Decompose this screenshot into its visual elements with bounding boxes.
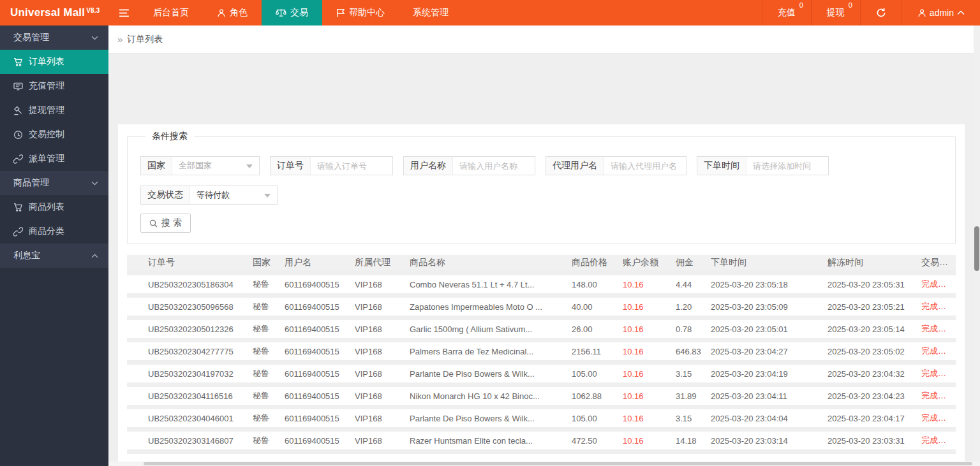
horizontal-scrollbar-thumb[interactable] <box>144 462 972 465</box>
nav-item-roles[interactable]: 角色 <box>203 0 262 25</box>
order-no-label: 订单号 <box>271 157 311 175</box>
country-select[interactable]: 全部国家 <box>172 157 259 175</box>
cell-product: Parlante De Piso Bowers & Wilk... <box>410 369 572 379</box>
sidebar-group-label: 商品管理 <box>13 177 49 189</box>
vertical-scrollbar-track <box>974 25 980 462</box>
horizontal-scrollbar-track <box>108 462 980 466</box>
nav-item-dashboard[interactable]: 后台首页 <box>139 0 203 25</box>
topbar-right: 充值 0 提现 0 admin <box>762 0 980 25</box>
cell-status-badge: 完成付款 <box>921 368 956 379</box>
cell-price: 105.00 <box>572 369 623 379</box>
nav-item-system[interactable]: 系统管理 <box>399 0 463 25</box>
cell-product: Combo Neveras 51.1 Lt + 4.7 Lt... <box>410 280 572 289</box>
vertical-scrollbar-thumb[interactable] <box>974 226 979 271</box>
search-button-label: 搜 索 <box>161 217 182 229</box>
table-body: UB2503202305186304 秘鲁 601169400515 VIP16… <box>127 275 956 454</box>
status-select[interactable]: 等待付款 <box>190 186 277 204</box>
cart-icon <box>13 203 23 212</box>
sidebar-item-product-category[interactable]: 商品分类 <box>0 219 108 244</box>
cell-order-time: 2025-03-20 23:05:09 <box>711 302 828 312</box>
cell-product: Razer Huntsman Elite con tecla... <box>410 436 572 446</box>
cell-unfreeze-time: 2025-03-20 23:05:21 <box>828 302 921 312</box>
search-button[interactable]: 搜 索 <box>140 214 191 233</box>
cell-commission: 14.18 <box>676 436 711 446</box>
cell-order-time: 2025-03-20 23:04:19 <box>711 369 828 379</box>
sidebar-group-product-management[interactable]: 商品管理 <box>0 171 108 195</box>
chevron-down-icon <box>91 181 98 186</box>
cell-country: 秘鲁 <box>253 301 285 312</box>
table-row: UB2503202304046001 秘鲁 601169400515 VIP16… <box>127 409 956 432</box>
cell-country: 秘鲁 <box>253 412 285 424</box>
sidebar-item-withdraw-management[interactable]: 提现管理 <box>0 98 108 122</box>
cell-status-badge: 完成付款 <box>921 412 956 424</box>
nav-label: 角色 <box>230 7 248 18</box>
recharge-button[interactable]: 充值 0 <box>762 0 811 25</box>
username-input[interactable] <box>453 157 535 175</box>
sidebar-item-product-list[interactable]: 商品列表 <box>0 195 108 219</box>
cell-order-time: 2025-03-20 23:03:14 <box>711 436 828 446</box>
cell-commission: 31.89 <box>676 391 711 401</box>
sidebar-group-label: 利息宝 <box>13 250 40 261</box>
sidebar-item-label: 交易控制 <box>29 129 64 140</box>
cell-agent: VIP168 <box>355 391 410 401</box>
order-time-input[interactable] <box>746 157 828 175</box>
sidebar: 交易管理 订单列表 充值管理 提现管理 交易控制 派单管理 商品管理 <box>0 25 108 466</box>
nav-item-help-center[interactable]: 帮助中心 <box>322 0 399 25</box>
cell-country: 秘鲁 <box>253 368 285 379</box>
sidebar-item-label: 商品列表 <box>29 201 64 213</box>
nav-item-trade[interactable]: 交易 <box>262 0 322 25</box>
cell-price: 26.00 <box>572 324 623 334</box>
cell-order-no: UB2503202305096568 <box>148 302 253 312</box>
scales-icon <box>276 8 286 18</box>
cell-commission: 3.15 <box>676 414 711 423</box>
cell-status-badge: 完成付款 <box>921 323 956 335</box>
user-icon <box>217 8 226 18</box>
cell-agent: VIP168 <box>355 324 410 334</box>
cell-username: 601169400515 <box>285 436 355 446</box>
cell-username: 601169400515 <box>285 347 355 356</box>
nav-label: 后台首页 <box>153 7 189 18</box>
cell-unfreeze-time: 2025-03-20 23:05:14 <box>828 324 921 334</box>
cell-agent: VIP168 <box>355 302 410 312</box>
status-select-value: 等待付款 <box>197 189 230 201</box>
sidebar-group-label: 交易管理 <box>13 32 49 43</box>
sidebar-collapse-button[interactable] <box>108 0 139 25</box>
sidebar-item-trade-control[interactable]: 交易控制 <box>0 122 108 147</box>
cell-product: Nikon Monarch HG 10 x 42 Binoc... <box>410 391 572 401</box>
sidebar-group-trade-management[interactable]: 交易管理 <box>0 25 108 50</box>
order-no-input[interactable] <box>311 157 392 175</box>
cell-price: 40.00 <box>572 302 623 312</box>
cell-price: 1062.88 <box>572 391 623 401</box>
cell-product: Garlic 1500mg ( Allium Sativum... <box>410 324 572 334</box>
cell-agent: VIP168 <box>355 347 410 356</box>
brand-logo[interactable]: Universal MallV8.3 <box>0 0 108 25</box>
nav-label: 系统管理 <box>413 7 449 18</box>
agent-input[interactable] <box>604 157 686 175</box>
sidebar-group-interest-treasure[interactable]: 利息宝 <box>0 244 108 268</box>
table-row: UB2503202305012326 秘鲁 601169400515 VIP16… <box>127 320 956 342</box>
sidebar-item-recharge-management[interactable]: 充值管理 <box>0 74 108 98</box>
search-panel-title: 条件搜索 <box>145 131 194 142</box>
cell-order-time: 2025-03-20 23:05:18 <box>711 280 828 289</box>
sidebar-item-order-list[interactable]: 订单列表 <box>0 50 108 74</box>
table-row: UB2503202305186304 秘鲁 601169400515 VIP16… <box>127 275 956 298</box>
search-panel: 条件搜索 国家 全部国家 订单号 用户名称 <box>127 131 956 244</box>
sidebar-item-label: 充值管理 <box>29 80 64 92</box>
cell-order-time: 2025-03-20 23:05:01 <box>711 324 828 334</box>
cell-country: 秘鲁 <box>253 279 285 290</box>
cell-status-badge: 完成付款 <box>921 346 956 357</box>
withdraw-badge: 0 <box>849 1 852 9</box>
cell-status-badge: 完成付款 <box>921 301 956 312</box>
cell-agent: VIP168 <box>355 414 410 423</box>
cell-username: 601169400515 <box>285 324 355 334</box>
main-area: » 订单列表 条件搜索 国家 全部国家 订单号 <box>108 25 980 466</box>
refresh-button[interactable] <box>860 0 902 25</box>
link-icon <box>13 154 23 164</box>
user-menu[interactable]: admin <box>902 0 980 25</box>
withdraw-button[interactable]: 提现 0 <box>811 0 860 25</box>
cell-product: Palmers Barra de Tez Medicinal... <box>410 347 572 356</box>
sidebar-item-label: 订单列表 <box>29 56 64 68</box>
cell-commission: 1.20 <box>676 302 711 312</box>
sidebar-item-dispatch-management[interactable]: 派单管理 <box>0 147 108 171</box>
cell-order-time: 2025-03-20 23:04:04 <box>711 414 828 423</box>
